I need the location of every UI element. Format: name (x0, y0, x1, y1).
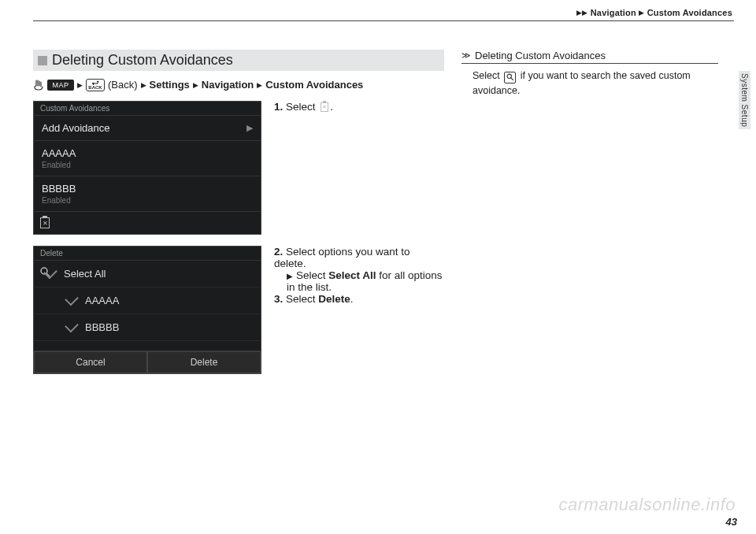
screen2-item-b[interactable]: BBBBB (34, 314, 261, 341)
step-1-text-b: . (330, 101, 333, 113)
watermark: carmanualsonline.info (558, 495, 736, 515)
info-triangle-icon: ≫ (461, 50, 471, 61)
steps-2-3-block: 2. Select options you want to delete. ▶S… (274, 246, 444, 374)
check-icon (65, 319, 79, 333)
screenshot-delete: Delete Select All AAAAA BBBBB (33, 246, 261, 374)
step-1-number: 1. (274, 101, 283, 113)
right-heading-text: Deleting Custom Avoidances (475, 50, 606, 61)
header-crumb-1: Navigation (591, 8, 636, 17)
screen2-item-b-label: BBBBB (85, 321, 119, 333)
chevron-right-icon: ▶ (193, 77, 198, 93)
step-2-number: 2. (274, 246, 283, 258)
screen2-select-all-label: Select All (64, 268, 106, 280)
back-text: (Back) (108, 77, 138, 93)
step-2-sub-bold: Select All (328, 269, 376, 281)
section-title-text: Deleting Custom Avoidances (52, 52, 233, 69)
back-button[interactable]: ⮐ BACK (86, 79, 105, 91)
header-crumb-2: Custom Avoidances (647, 8, 732, 17)
trash-icon[interactable]: ✕ (40, 217, 50, 228)
delete-button[interactable]: Delete (147, 351, 261, 373)
section-heading: Deleting Custom Avoidances (33, 50, 444, 71)
hand-icon (33, 80, 44, 91)
screen1-item-b-sub: Enabled (42, 196, 76, 205)
back-button-label: BACK (88, 86, 102, 90)
step-3-bold: Delete (318, 293, 350, 305)
step-1-text-a: Select (286, 101, 318, 113)
svg-point-2 (507, 74, 511, 78)
screen1-title: Custom Avoidances (34, 102, 261, 116)
screen1-add-label: Add Avoidance (42, 122, 110, 134)
screen1-item-b-label: BBBBB (42, 183, 76, 195)
trash-x-icon: ✕ (318, 102, 330, 113)
screen1-item-b[interactable]: BBBBB Enabled (34, 176, 261, 212)
search-icon (504, 72, 516, 83)
chevron-right-icon: ▶ (639, 9, 644, 17)
right-heading: ≫ Deleting Custom Avoidances (461, 50, 718, 64)
map-button[interactable]: MAP (47, 80, 74, 91)
right-body-a: Select (472, 70, 502, 81)
check-icon (65, 292, 79, 306)
screen1-add-avoidance[interactable]: Add Avoidance ▶ (34, 116, 261, 141)
screen1-item-a[interactable]: AAAAA Enabled (34, 141, 261, 176)
screen2-title: Delete (34, 247, 261, 261)
chevron-right-icon: ▶ (141, 77, 146, 93)
step-2-text: Select options you want to delete. (274, 246, 410, 269)
screen2-item-a-label: AAAAA (85, 295, 119, 306)
chevron-right-icon: ▶ (246, 123, 253, 133)
cancel-button[interactable]: Cancel (34, 351, 147, 373)
crumb-settings: Settings (150, 77, 190, 93)
screen2-select-all[interactable]: Select All (34, 261, 261, 287)
crumb-custom: Custom Avoidances (265, 77, 363, 93)
screenshot-custom-avoidances: Custom Avoidances Add Avoidance ▶ AAAAA … (33, 101, 261, 235)
header-breadcrumb: ▶▶ Navigation ▶ Custom Avoidances (33, 8, 734, 21)
step-3-text-a: Select (286, 293, 318, 305)
chevron-right-icon: ▶ (257, 77, 262, 93)
right-body: Select if you want to search the saved c… (461, 69, 718, 99)
chevron-right-icon: ▶ (77, 77, 83, 93)
crumb-navigation: Navigation (202, 77, 254, 93)
step-2-sub-a: Select (296, 269, 328, 281)
chevron-right-icon: ▶ (287, 272, 293, 280)
square-bullet-icon (38, 56, 47, 65)
screen1-item-a-sub: Enabled (42, 161, 76, 169)
step-1-block: 1. Select ✕. (274, 101, 444, 235)
screen2-item-a[interactable]: AAAAA (34, 287, 261, 314)
navigation-path: MAP ▶ ⮐ BACK (Back) ▶ Settings ▶ Navigat… (33, 77, 444, 93)
page-number: 43 (726, 516, 737, 528)
screen1-item-a-label: AAAAA (42, 147, 76, 159)
chevron-right-icon: ▶ (582, 9, 587, 17)
svg-line-3 (511, 78, 513, 80)
step-3-number: 3. (274, 293, 283, 305)
side-tab: System Setup (739, 71, 750, 129)
step-3-text-b: . (350, 293, 354, 305)
